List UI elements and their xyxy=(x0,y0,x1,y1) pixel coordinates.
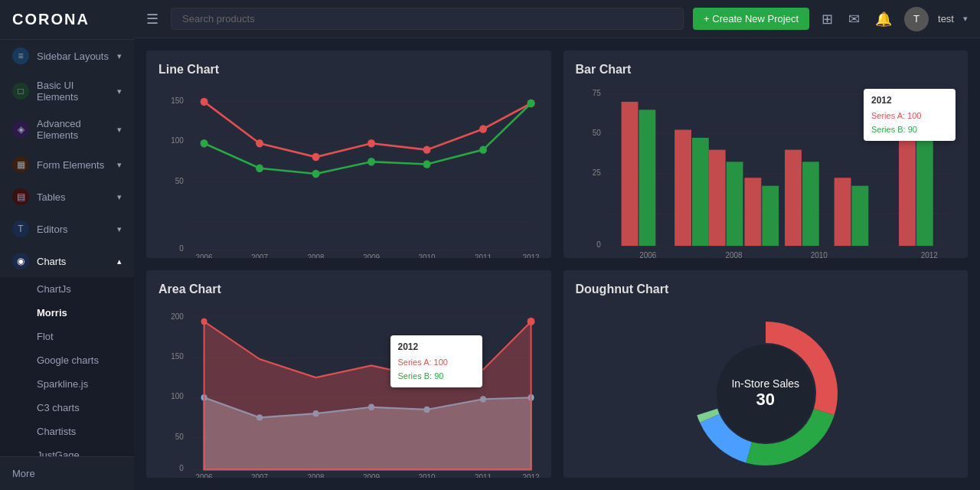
sidebar-item-label: Basic UI Elements xyxy=(37,80,117,103)
content-area: Line Chart 150 100 50 0 2006 2007 2008 2… xyxy=(134,38,980,490)
chevron-icon: ▾ xyxy=(117,192,122,202)
charts-submenu: ChartJs Morris Flot Google charts Sparkl… xyxy=(0,277,134,456)
create-project-button[interactable]: + Create New Project xyxy=(693,8,809,30)
svg-text:2012: 2012 xyxy=(920,251,937,258)
tooltip-series-b: Series B: 90 xyxy=(871,123,948,137)
sidebar-item-form[interactable]: ▦ Form Elements ▾ xyxy=(0,149,134,181)
line-chart-card: Line Chart 150 100 50 0 2006 2007 2008 2… xyxy=(146,51,551,258)
search-input[interactable] xyxy=(171,8,684,30)
svg-text:50: 50 xyxy=(592,129,600,137)
sidebar-logo: CORONA xyxy=(0,0,134,40)
sidebar-item-label: Form Elements xyxy=(37,159,104,171)
svg-point-84 xyxy=(528,318,535,325)
hamburger-icon[interactable]: ☰ xyxy=(146,11,158,28)
svg-point-17 xyxy=(256,139,263,147)
donut-container: In-Store Sales 30 xyxy=(576,305,956,478)
sidebar-item-charts[interactable]: ◉ Charts ▴ xyxy=(0,245,134,277)
svg-text:2006: 2006 xyxy=(639,251,656,258)
grid-icon[interactable]: ⊞ xyxy=(818,8,836,31)
chevron-icon: ▾ xyxy=(117,51,122,61)
svg-text:25: 25 xyxy=(592,168,600,177)
sidebar-sub-sparkline[interactable]: Sparkline.js xyxy=(0,372,134,396)
svg-rect-45 xyxy=(675,130,691,247)
svg-marker-82 xyxy=(204,322,531,469)
svg-rect-52 xyxy=(802,162,818,246)
tooltip-series-a: Series A: 100 xyxy=(398,356,475,370)
svg-rect-44 xyxy=(639,109,655,246)
svg-rect-51 xyxy=(785,150,802,246)
svg-point-20 xyxy=(423,145,431,153)
svg-rect-47 xyxy=(708,150,725,246)
sidebar-sub-chartists[interactable]: Chartists xyxy=(0,420,134,443)
bar-chart-tooltip: 2012 Series A: 100 Series B: 90 xyxy=(864,89,956,141)
donut-label: In-Store Sales 30 xyxy=(731,377,799,410)
svg-rect-46 xyxy=(691,138,708,246)
line-chart-title: Line Chart xyxy=(158,63,539,77)
svg-text:2010: 2010 xyxy=(810,251,827,258)
svg-text:2012: 2012 xyxy=(523,473,539,478)
bell-icon[interactable]: 🔔 xyxy=(872,8,895,31)
sidebar-menu: ≡ Sidebar Layouts ▾ □ Basic UI Elements … xyxy=(0,40,134,456)
svg-text:0: 0 xyxy=(596,240,601,249)
sidebar-item-label: Sidebar Layouts xyxy=(37,51,109,62)
sidebar-item-sidebar-layouts[interactable]: ≡ Sidebar Layouts ▾ xyxy=(0,40,134,72)
svg-rect-48 xyxy=(726,162,743,246)
svg-text:2008: 2008 xyxy=(308,473,325,478)
svg-text:150: 150 xyxy=(171,352,184,361)
svg-point-29 xyxy=(528,100,535,107)
svg-text:150: 150 xyxy=(171,96,184,105)
sidebar-item-basic-ui[interactable]: □ Basic UI Elements ▾ xyxy=(0,72,134,110)
svg-point-24 xyxy=(256,164,263,172)
chevron-icon: ▾ xyxy=(117,160,122,170)
svg-point-19 xyxy=(368,139,375,147)
svg-text:2006: 2006 xyxy=(196,253,213,258)
user-chevron-icon: ▾ xyxy=(963,14,968,24)
svg-text:2009: 2009 xyxy=(363,253,380,258)
donut-chart-card: Doughnut Chart In-Store Sales xyxy=(564,270,969,478)
svg-text:50: 50 xyxy=(175,432,184,440)
tooltip-year: 2012 xyxy=(871,93,948,108)
sidebar-sub-justgage[interactable]: JustGage xyxy=(0,443,134,456)
form-icon: ▦ xyxy=(12,156,29,173)
svg-text:2008: 2008 xyxy=(725,251,742,258)
svg-text:2011: 2011 xyxy=(475,253,492,258)
sidebar-item-label: Advanced Elements xyxy=(37,118,117,141)
basic-ui-icon: □ xyxy=(12,83,29,100)
svg-text:2008: 2008 xyxy=(308,253,325,258)
sidebar-layouts-icon: ≡ xyxy=(12,47,29,64)
svg-text:100: 100 xyxy=(171,392,184,400)
sidebar-item-advanced[interactable]: ◈ Advanced Elements ▾ xyxy=(0,110,134,149)
mail-icon[interactable]: ✉ xyxy=(845,8,863,31)
avatar[interactable]: T xyxy=(904,7,929,31)
chevron-icon: ▾ xyxy=(117,125,122,135)
svg-point-26 xyxy=(368,158,375,165)
main-area: ☰ + Create New Project ⊞ ✉ 🔔 T test ▾ Li… xyxy=(134,0,980,490)
svg-text:0: 0 xyxy=(179,464,184,472)
tooltip-series-b: Series B: 90 xyxy=(398,370,475,384)
topbar: ☰ + Create New Project ⊞ ✉ 🔔 T test ▾ xyxy=(134,0,980,38)
area-chart-tooltip: 2012 Series A: 100 Series B: 90 xyxy=(390,335,482,387)
sidebar-sub-c3[interactable]: C3 charts xyxy=(0,396,134,420)
sidebar: CORONA ≡ Sidebar Layouts ▾ □ Basic UI El… xyxy=(0,0,134,490)
user-label[interactable]: test xyxy=(938,13,954,24)
svg-point-23 xyxy=(201,139,208,147)
area-chart-title: Area Chart xyxy=(158,283,539,296)
advanced-icon: ◈ xyxy=(12,121,29,138)
sidebar-item-editors[interactable]: T Editors ▾ xyxy=(0,213,134,245)
svg-text:2007: 2007 xyxy=(251,473,268,478)
sidebar-sub-morris[interactable]: Morris xyxy=(0,301,134,325)
sidebar-item-tables[interactable]: ▤ Tables ▾ xyxy=(0,181,134,213)
line-chart-svg: 150 100 50 0 2006 2007 2008 2009 2010 20… xyxy=(158,86,539,258)
sidebar-sub-google-charts[interactable]: Google charts xyxy=(0,348,134,372)
charts-icon: ◉ xyxy=(12,253,29,270)
sidebar-more[interactable]: More xyxy=(0,456,134,490)
sidebar-sub-flot[interactable]: Flot xyxy=(0,325,134,348)
svg-text:2011: 2011 xyxy=(475,473,492,478)
svg-text:2007: 2007 xyxy=(251,253,268,258)
svg-point-28 xyxy=(479,145,487,153)
sidebar-sub-chartjs[interactable]: ChartJs xyxy=(0,277,134,301)
svg-point-16 xyxy=(201,98,208,106)
svg-point-25 xyxy=(312,170,320,178)
svg-text:2010: 2010 xyxy=(418,253,435,258)
chevron-icon: ▴ xyxy=(117,256,122,266)
